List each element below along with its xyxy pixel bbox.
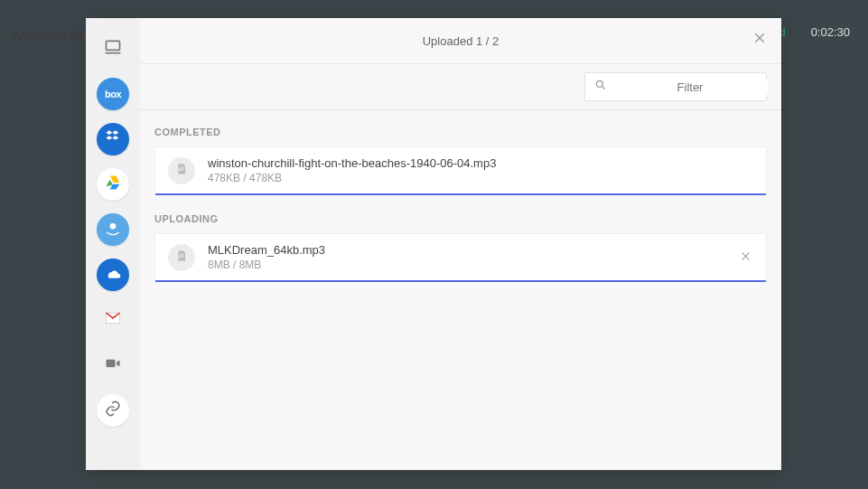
search-icon xyxy=(594,79,607,95)
source-onedrive[interactable] xyxy=(97,259,129,291)
file-row[interactable]: winston-churchill-fight-on-the-beaches-1… xyxy=(154,146,767,195)
file-name: winston-churchill-fight-on-the-beaches-1… xyxy=(208,156,496,170)
search-bar xyxy=(140,64,781,110)
file-row[interactable]: MLKDream_64kb.mp3 8MB / 8MB xyxy=(154,233,767,282)
file-list-content: COMPLETED winston-churchill-fight-on-the… xyxy=(140,110,781,470)
background-timer: 0:02:30 xyxy=(811,25,850,39)
file-meta: MLKDream_64kb.mp3 8MB / 8MB xyxy=(208,243,325,271)
svg-rect-0 xyxy=(107,41,120,50)
remove-file-button[interactable] xyxy=(740,249,751,266)
amazon-cloud-icon xyxy=(104,219,122,240)
file-size: 478KB / 478KB xyxy=(208,172,496,184)
svg-point-2 xyxy=(110,223,117,230)
modal-main: Uploaded 1 / 2 COMPLETED xyxy=(140,18,781,470)
modal-header: Uploaded 1 / 2 xyxy=(140,18,781,64)
source-device[interactable] xyxy=(97,33,129,65)
source-box[interactable]: box xyxy=(97,78,129,110)
device-icon xyxy=(104,38,122,60)
source-amazon[interactable] xyxy=(97,213,129,246)
link-icon xyxy=(104,400,122,421)
svg-rect-4 xyxy=(107,360,116,367)
svg-point-11 xyxy=(179,256,181,258)
file-name: MLKDream_64kb.mp3 xyxy=(208,243,325,257)
background-welcome-text: Welcome to xyxy=(11,27,82,42)
filter-input[interactable] xyxy=(612,80,768,95)
file-meta: winston-churchill-fight-on-the-beaches-1… xyxy=(208,156,496,184)
file-thumb xyxy=(168,157,195,184)
gmail-icon xyxy=(104,309,122,331)
box-icon: box xyxy=(105,89,121,99)
file-size: 8MB / 8MB xyxy=(208,259,325,271)
completed-label: COMPLETED xyxy=(154,127,767,137)
svg-point-10 xyxy=(182,168,183,170)
svg-point-12 xyxy=(182,255,183,257)
source-dropbox[interactable] xyxy=(97,123,129,155)
modal-title: Uploaded 1 / 2 xyxy=(423,34,499,48)
video-icon xyxy=(104,354,122,376)
source-link[interactable] xyxy=(97,394,129,427)
uploading-label: UPLOADING xyxy=(154,213,767,224)
close-button[interactable] xyxy=(752,31,767,49)
onedrive-icon xyxy=(104,264,122,286)
audio-file-icon xyxy=(175,249,188,267)
search-box[interactable] xyxy=(584,72,767,101)
svg-point-7 xyxy=(596,80,602,87)
upload-modal: box xyxy=(86,18,781,470)
file-thumb xyxy=(168,244,195,271)
audio-file-icon xyxy=(175,162,188,180)
close-icon xyxy=(752,33,767,48)
source-gdrive[interactable] xyxy=(97,168,129,201)
dropbox-icon xyxy=(104,128,122,150)
google-drive-icon xyxy=(104,174,122,195)
source-gmail[interactable] xyxy=(97,304,129,336)
svg-line-8 xyxy=(602,87,605,89)
source-video[interactable] xyxy=(97,349,129,381)
svg-point-9 xyxy=(179,169,181,171)
source-sidebar: box xyxy=(86,18,140,470)
close-icon xyxy=(740,249,751,265)
